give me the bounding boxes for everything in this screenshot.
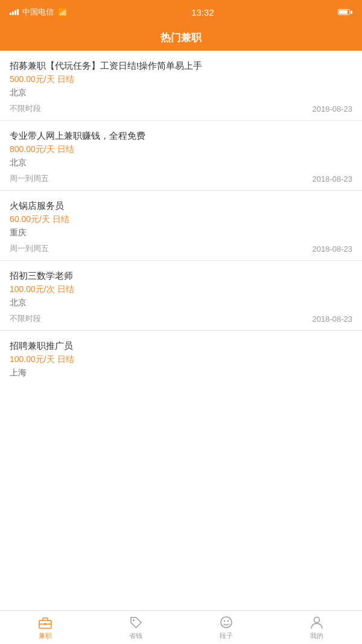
wifi-icon: 📶 bbox=[58, 8, 68, 17]
tag-icon bbox=[128, 614, 144, 630]
svg-point-4 bbox=[221, 617, 232, 628]
briefcase-icon bbox=[37, 614, 53, 630]
user-icon bbox=[309, 614, 325, 630]
job-date: 2018-08-23 bbox=[313, 174, 353, 183]
job-list: 招募兼职【代玩任务】工资日结!操作简单易上手 500.00元/天 日结 北京 不… bbox=[0, 51, 362, 426]
job-salary: 100.00元/天 日结 bbox=[10, 354, 352, 365]
svg-rect-2 bbox=[44, 623, 46, 625]
job-time-period: 不限时段 bbox=[10, 103, 41, 114]
svg-point-5 bbox=[224, 620, 225, 622]
job-time-period: 周一到周五 bbox=[10, 243, 49, 254]
job-date: 2018-08-23 bbox=[313, 314, 353, 324]
nav-tab-wode[interactable]: 我的 bbox=[272, 611, 362, 644]
job-salary: 800.00元/天 日结 bbox=[10, 144, 352, 155]
carrier-label: 中国电信 bbox=[22, 7, 54, 18]
bottom-nav: 兼职 省钱 段子 我的 bbox=[0, 610, 362, 644]
job-item[interactable]: 招初三数学老师 100.00元/次 日结 北京 不限时段 2018-08-23 bbox=[0, 261, 362, 331]
job-title: 招初三数学老师 bbox=[10, 269, 352, 282]
job-salary: 500.00元/天 日结 bbox=[10, 74, 352, 85]
nav-tab-duanzi[interactable]: 段子 bbox=[181, 611, 272, 644]
nav-tab-shengqian[interactable]: 省钱 bbox=[91, 611, 181, 644]
nav-label-wode: 我的 bbox=[310, 631, 323, 640]
svg-point-7 bbox=[314, 617, 320, 623]
nav-label-shengqian: 省钱 bbox=[129, 631, 142, 640]
status-time: 13:32 bbox=[191, 7, 214, 18]
job-footer: 周一到周五 2018-08-23 bbox=[10, 243, 352, 254]
page-title: 热门兼职 bbox=[160, 31, 202, 45]
smile-icon bbox=[218, 614, 234, 630]
job-item[interactable]: 招聘兼职推广员 100.00元/天 日结 上海 bbox=[0, 331, 362, 389]
job-location: 上海 bbox=[10, 368, 352, 378]
job-title: 招聘兼职推广员 bbox=[10, 339, 352, 352]
job-date: 2018-08-23 bbox=[313, 104, 353, 113]
svg-point-6 bbox=[227, 620, 229, 622]
header: 热门兼职 bbox=[0, 24, 362, 51]
job-salary: 100.00元/次 日结 bbox=[10, 284, 352, 295]
job-date: 2018-08-23 bbox=[313, 244, 353, 253]
nav-label-duanzi: 段子 bbox=[220, 631, 233, 640]
job-time-period: 不限时段 bbox=[10, 313, 41, 324]
job-footer: 不限时段 2018-08-23 bbox=[10, 103, 352, 114]
job-item[interactable]: 火锅店服务员 60.00元/天 日结 重庆 周一到周五 2018-08-23 bbox=[0, 191, 362, 261]
status-bar: 中国电信 📶 13:32 bbox=[0, 0, 362, 24]
job-location: 北京 bbox=[10, 298, 352, 308]
svg-point-3 bbox=[133, 619, 135, 621]
job-footer: 不限时段 2018-08-23 bbox=[10, 313, 352, 324]
job-time-period: 周一到周五 bbox=[10, 173, 49, 184]
status-right bbox=[338, 9, 352, 15]
job-salary: 60.00元/天 日结 bbox=[10, 214, 352, 225]
nav-label-jianzhi: 兼职 bbox=[39, 631, 52, 640]
status-left: 中国电信 📶 bbox=[10, 7, 68, 18]
job-title: 火锅店服务员 bbox=[10, 199, 352, 212]
job-title: 专业带人网上兼职赚钱，全程免费 bbox=[10, 129, 352, 142]
job-item[interactable]: 招募兼职【代玩任务】工资日结!操作简单易上手 500.00元/天 日结 北京 不… bbox=[0, 51, 362, 121]
job-footer: 周一到周五 2018-08-23 bbox=[10, 173, 352, 184]
job-location: 北京 bbox=[10, 88, 352, 98]
signal-bars bbox=[10, 9, 19, 15]
job-location: 北京 bbox=[10, 158, 352, 168]
job-title: 招募兼职【代玩任务】工资日结!操作简单易上手 bbox=[10, 59, 352, 72]
nav-tab-jianzhi[interactable]: 兼职 bbox=[0, 611, 91, 644]
job-location: 重庆 bbox=[10, 228, 352, 238]
job-item[interactable]: 专业带人网上兼职赚钱，全程免费 800.00元/天 日结 北京 周一到周五 20… bbox=[0, 121, 362, 191]
battery-icon bbox=[338, 9, 352, 15]
